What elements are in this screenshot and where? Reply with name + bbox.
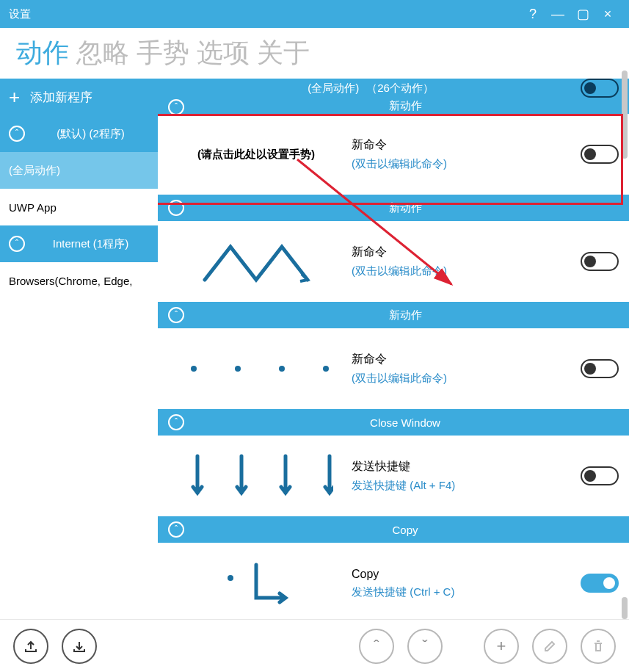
global-toggle[interactable] [581,79,619,98]
move-down-button[interactable]: ˇ [407,629,443,664]
sidebar-item-internet[interactable]: ˆ Internet (1程序) [0,225,158,262]
minimize-icon[interactable]: — [545,7,570,22]
tab-bar: 动作 忽略 手势 选项 关于 [0,28,629,79]
action-hint: (双击以编辑此命令) [352,264,573,278]
action-row[interactable]: 新命令 (双击以编辑此命令) [158,221,629,302]
section-header[interactable]: ˆ新动作 [158,302,629,328]
gesture-preview[interactable] [168,358,344,380]
import-button[interactable] [62,629,97,664]
sidebar-item-default[interactable]: ˆ (默认) (2程序) [0,115,158,152]
window-title: 设置 [9,7,520,21]
gesture-preview[interactable]: (请点击此处以设置手势) [168,148,344,162]
chevron-up-icon: ˆ [168,414,184,430]
action-toggle[interactable] [581,574,619,593]
action-name: 新命令 [352,245,573,260]
action-hint: 发送快捷键 (Alt + F4) [352,479,573,493]
section-title: 新动作 [192,99,619,113]
action-toggle[interactable] [581,145,619,164]
gesture-preview[interactable] [168,236,344,287]
chevron-up-icon: ˆ [168,200,184,216]
main-panel: (全局动作) （26个动作） ˆ新动作 (请点击此处以设置手势) 新命令 (双击… [158,79,629,638]
maximize-icon[interactable]: ▢ [570,6,595,22]
section-header[interactable]: ˆ新动作 [158,195,629,221]
svg-point-2 [279,366,285,372]
sidebar-item-browsers[interactable]: Browsers(Chrome, Edge, [0,262,158,299]
svg-point-0 [191,366,197,372]
tab-about[interactable]: 关于 [257,35,310,71]
action-name: 发送快捷键 [352,459,573,474]
gesture-preview[interactable] [168,450,344,502]
add-program-label: 添加新程序 [30,89,92,106]
export-button[interactable] [13,629,48,664]
svg-point-3 [323,366,329,372]
titlebar: 设置 ? — ▢ × [0,0,629,28]
section-title: 新动作 [192,201,619,215]
global-name: (全局动作) [308,82,359,95]
section-header[interactable]: ˆClose Window [158,409,629,436]
scrollbar[interactable] [620,71,629,619]
bottom-toolbar: ˆ ˇ + [0,619,629,672]
edit-button[interactable] [532,629,567,664]
svg-point-1 [235,366,241,372]
tab-actions[interactable]: 动作 [16,35,69,71]
action-hint: 发送快捷键 (Ctrl + C) [352,585,573,599]
action-info: 新命令 (双击以编辑此命令) [352,352,573,386]
chevron-up-icon: ˆ [9,126,25,142]
svg-point-4 [228,575,233,581]
tab-options[interactable]: 选项 [197,35,250,71]
action-hint: (双击以编辑此命令) [352,372,573,386]
action-hint: (双击以编辑此命令) [352,157,573,171]
action-info: Copy 发送快捷键 (Ctrl + C) [352,568,573,599]
global-count: （26个动作） [366,82,434,95]
tab-gestures[interactable]: 手势 [137,35,189,71]
move-up-button[interactable]: ˆ [359,629,394,664]
sidebar: + 添加新程序 ˆ (默认) (2程序) (全局动作) UWP App ˆ In… [0,79,158,638]
action-info: 新命令 (双击以编辑此命令) [352,137,573,171]
chevron-up-icon: ˆ [168,521,184,538]
sidebar-item-uwp[interactable]: UWP App [0,189,158,225]
action-row[interactable]: 新命令 (双击以编辑此命令) [158,328,629,409]
section-header[interactable]: ˆCopy [158,516,629,543]
action-name: Copy [352,568,573,581]
action-toggle[interactable] [581,359,619,378]
chevron-up-icon: ˆ [168,99,184,115]
chevron-up-icon: ˆ [9,236,25,252]
action-info: 发送快捷键 发送快捷键 (Alt + F4) [352,459,573,493]
plus-icon: + [9,86,20,109]
action-row[interactable]: (请点击此处以设置手势) 新命令 (双击以编辑此命令) [158,114,629,195]
section-title: Close Window [192,416,619,429]
action-row[interactable]: 发送快捷键 发送快捷键 (Alt + F4) [158,436,629,516]
add-program-button[interactable]: + 添加新程序 [0,79,158,115]
action-toggle[interactable] [581,252,619,271]
action-toggle[interactable] [581,466,619,485]
chevron-up-icon: ˆ [168,307,184,323]
add-button[interactable]: + [484,629,519,664]
global-actions-header: (全局动作) （26个动作） [158,79,629,98]
help-icon[interactable]: ? [520,7,545,22]
section-title: 新动作 [192,308,619,322]
action-info: 新命令 (双击以编辑此命令) [352,245,573,278]
section-title: Copy [192,524,619,536]
action-name: 新命令 [352,352,573,367]
delete-button[interactable] [581,629,616,664]
close-icon[interactable]: × [595,7,620,22]
action-name: 新命令 [352,137,573,153]
tab-ignore[interactable]: 忽略 [76,35,129,71]
sidebar-item-global[interactable]: (全局动作) [0,152,158,189]
action-row[interactable]: Copy 发送快捷键 (Ctrl + C) [158,543,629,624]
gesture-preview[interactable] [168,557,344,609]
section-header[interactable]: ˆ新动作 [158,98,629,114]
